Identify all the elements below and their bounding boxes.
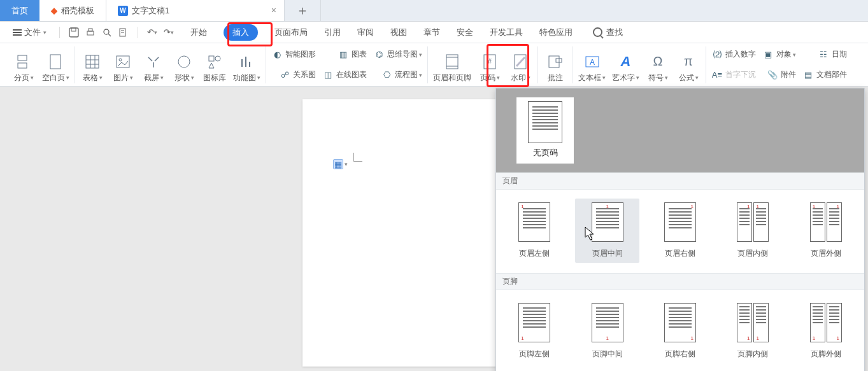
func-diag-icon: [239, 53, 255, 70]
hamburger-icon: [13, 29, 22, 36]
header-footer-label: 页眉和页脚: [433, 73, 471, 83]
svg-text:#: #: [488, 57, 492, 65]
symbol-button[interactable]: Ω符号▾: [646, 53, 670, 83]
ribbontab-review[interactable]: 审阅: [357, 27, 374, 38]
header-left-label: 页眉左侧: [519, 248, 550, 259]
header-footer-icon: [444, 53, 460, 70]
relation-label: 关系图: [293, 69, 316, 80]
footer-center-option[interactable]: 1页脚中间: [575, 299, 639, 363]
footer-outer-option[interactable]: 11页脚外侧: [794, 299, 858, 363]
preview-icon[interactable]: [101, 26, 113, 39]
search-button[interactable]: 查找: [593, 27, 623, 38]
drop-cap-icon: A≡: [711, 69, 723, 81]
picture-label: 图片: [113, 73, 129, 83]
comment-label: 批注: [548, 73, 563, 83]
page-number-button[interactable]: #页码▾: [478, 53, 502, 83]
object-button[interactable]: ▣对象▾: [762, 47, 796, 62]
equation-label: 公式: [679, 73, 694, 83]
date-label: 日期: [832, 49, 847, 60]
mind-map-button[interactable]: ⌬思维导图▾: [373, 47, 422, 62]
header-center-option[interactable]: 1页眉中间: [575, 199, 639, 263]
online-chart-label: 在线图表: [336, 69, 367, 80]
undo-icon[interactable]: ↶▾: [146, 26, 159, 39]
word-art-button[interactable]: A艺术字▾: [612, 53, 639, 83]
ribbontab-devtools[interactable]: 开发工具: [490, 27, 523, 38]
attachment-button[interactable]: 📎附件: [762, 67, 796, 83]
ribbon: 分页▾ 空白页▾ 表格▾ 图片▾ 截屏▾ 形状▾ 图标库 功能图▾ ◐智能图形 …: [0, 43, 868, 87]
ribbontab-special[interactable]: 特色应用: [539, 27, 573, 38]
online-chart-button[interactable]: ◫在线图表: [322, 67, 367, 83]
footer-left-option[interactable]: 1页脚左侧: [502, 299, 566, 363]
svg-point-19: [178, 56, 190, 67]
screenshot-label: 截屏: [144, 73, 159, 83]
comment-button[interactable]: 批注: [543, 53, 567, 83]
svg-rect-33: [549, 56, 559, 67]
svg-rect-1: [71, 28, 76, 31]
object-icon: ▣: [762, 49, 774, 60]
drop-cap-button: A≡首字下沉: [711, 67, 756, 83]
svg-rect-10: [18, 63, 27, 68]
equation-button[interactable]: π公式▾: [676, 53, 701, 83]
tab-template[interactable]: ◆ 稻壳模板: [39, 0, 106, 21]
smart-art-label: 智能图形: [285, 49, 316, 60]
icon-lib-button[interactable]: 图标库: [203, 53, 227, 83]
chevron-down-icon: ▾: [43, 29, 46, 36]
chart-button[interactable]: ▥图表: [322, 47, 367, 62]
ribbontab-pagelayout[interactable]: 页面布局: [274, 27, 308, 38]
redo-icon[interactable]: ↷▾: [162, 26, 175, 39]
table-button[interactable]: 表格▾: [80, 53, 104, 83]
no-page-number-option[interactable]: 无页码: [516, 97, 574, 164]
header-right-option[interactable]: 1页眉右侧: [648, 199, 712, 263]
icon-lib-icon: [206, 53, 223, 70]
func-diag-button[interactable]: 功能图▾: [233, 53, 260, 83]
ribbontab-safety[interactable]: 安全: [457, 27, 473, 38]
flowchart-button[interactable]: ⎔流程图▾: [373, 67, 422, 83]
attachment-icon: 📎: [767, 69, 778, 81]
save-icon[interactable]: [68, 26, 80, 39]
smart-art-button[interactable]: ◐智能图形: [271, 47, 316, 62]
close-icon[interactable]: ×: [271, 5, 276, 15]
output-icon[interactable]: [117, 26, 130, 39]
attachment-label: 附件: [781, 69, 796, 80]
svg-point-21: [215, 56, 220, 61]
ribbontab-reference[interactable]: 引用: [324, 27, 341, 38]
relation-button[interactable]: ☍关系图: [271, 67, 316, 83]
doc-parts-button[interactable]: ▤文档部件: [802, 67, 847, 83]
ribbon-tabs: 开始 插入 页面布局 引用 审阅 视图 章节 安全 开发工具 特色应用: [190, 24, 573, 41]
page-break-button[interactable]: 分页▾: [11, 53, 36, 83]
insert-number-button[interactable]: ⑵插入数字: [711, 47, 756, 62]
ribbontab-chapter[interactable]: 章节: [423, 27, 440, 38]
footer-inner-option[interactable]: 11页脚内侧: [721, 299, 785, 363]
tab-new[interactable]: ＋: [285, 0, 321, 21]
no-page-number-label: 无页码: [533, 147, 558, 158]
doc-parts-label: 文档部件: [816, 69, 847, 80]
header-inner-option[interactable]: 11页眉内侧: [721, 199, 785, 263]
footer-section-title: 页脚: [496, 273, 864, 290]
header-footer-button[interactable]: 页眉和页脚: [433, 53, 471, 83]
blank-page-button[interactable]: 空白页▾: [42, 53, 69, 83]
print-icon[interactable]: [84, 26, 97, 39]
picture-button[interactable]: 图片▾: [111, 53, 135, 83]
header-center-label: 页眉中间: [592, 248, 623, 259]
header-left-option[interactable]: 1页眉左侧: [502, 199, 566, 263]
svg-rect-2: [87, 31, 94, 35]
ribbontab-insert[interactable]: 插入: [224, 24, 258, 41]
footer-right-option[interactable]: 1页脚右侧: [648, 299, 712, 363]
date-button[interactable]: ☷日期: [802, 47, 847, 62]
header-outer-option[interactable]: 11页眉外侧: [794, 199, 858, 263]
watermark-button[interactable]: 水印▾: [508, 53, 532, 83]
paste-indicator[interactable]: ▦ ▾: [333, 159, 348, 169]
tab-document[interactable]: W 文字文稿1 ×: [106, 0, 285, 21]
word-art-icon: A: [618, 53, 634, 70]
text-box-button[interactable]: A文本框▾: [578, 53, 606, 83]
ribbontab-start[interactable]: 开始: [190, 27, 207, 38]
file-menu[interactable]: 文件 ▾: [8, 27, 52, 38]
chevron-down-icon: ▾: [171, 29, 174, 36]
tab-home[interactable]: 首页: [0, 0, 39, 21]
ribbontab-view[interactable]: 视图: [390, 27, 407, 38]
page-number-icon: #: [481, 53, 498, 70]
shapes-button[interactable]: 形状▾: [172, 53, 196, 83]
doc-parts-icon: ▤: [802, 69, 814, 81]
screenshot-button[interactable]: 截屏▾: [141, 53, 166, 83]
tab-home-label: 首页: [11, 5, 28, 17]
